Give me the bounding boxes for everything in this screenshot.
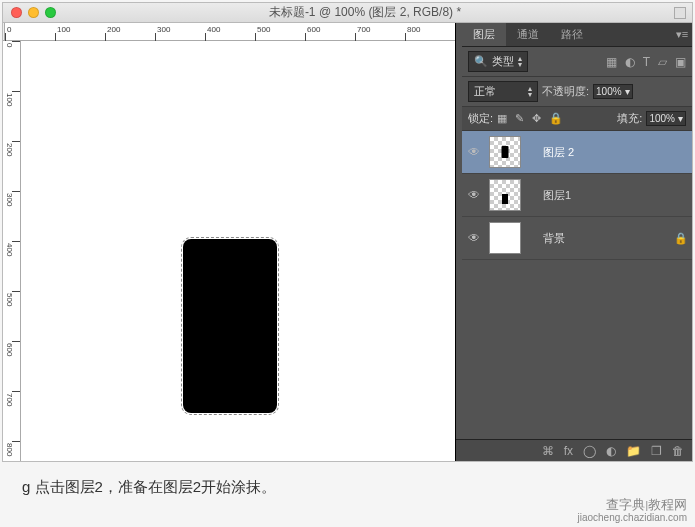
lock-icons: ▦ ✎ ✥ 🔒 [497,112,563,125]
ruler-tick: 200 [105,23,155,40]
lock-pixels-icon[interactable]: ✎ [515,112,524,125]
lock-transparency-icon[interactable]: ▦ [497,112,507,125]
vertical-ruler: 0100200300400500600700800 [3,41,21,461]
filter-row: 🔍 类型 ▴▾ ▦ ◐ T ▱ ▣ [462,47,692,77]
layer-name[interactable]: 图层1 [543,188,686,203]
panel-bottom: ⌘ fx ◯ ◐ 📁 ❐ 🗑 [456,439,692,461]
instruction-text: g 点击图层2，准备在图层2开始涂抹。 [22,478,276,497]
selection-marquee [181,237,279,415]
ruler-tick: 0 [5,23,55,40]
opacity-value: 100% [596,86,622,97]
fill-input[interactable]: 100% ▾ [646,111,686,126]
document-title: 未标题-1 @ 100% (图层 2, RGB/8) * [56,4,674,21]
lock-position-icon[interactable]: ✥ [532,112,541,125]
link-layers-icon[interactable]: ⌘ [542,444,554,458]
fx-icon[interactable]: fx [564,444,573,458]
group-icon[interactable]: 📁 [626,444,641,458]
new-layer-icon[interactable]: ❐ [651,444,662,458]
lock-all-icon[interactable]: 🔒 [549,112,563,125]
ruler-tick: 100 [55,23,105,40]
ruler-tick: 400 [5,243,14,256]
zoom-window-button[interactable] [45,7,56,18]
max-icon[interactable] [674,7,686,19]
chevron-down-icon: ▾ [625,86,630,97]
ruler-tick: 800 [405,23,455,40]
visibility-toggle-icon[interactable]: 👁 [468,188,482,202]
layer-row[interactable]: 👁背景🔒 [462,217,692,260]
mask-icon[interactable]: ◯ [583,444,596,458]
adjustment-icon[interactable]: ◐ [606,444,616,458]
opacity-input[interactable]: 100% ▾ [593,84,633,99]
panel-tabs: 图层 通道 路径 ▾≡ [462,23,692,47]
fill-value: 100% [649,113,675,124]
filter-type-icon[interactable]: T [643,55,650,69]
layer-thumbnail [489,136,521,168]
document-area: 0100200300400500600700800 01002003004005… [3,23,455,461]
content: 0100200300400500600700800 01002003004005… [3,23,692,461]
tab-channels[interactable]: 通道 [506,23,550,46]
chevron-down-icon: ▾ [678,113,683,124]
filter-icons: ▦ ◐ T ▱ ▣ [606,55,686,69]
panel-menu-icon[interactable]: ▾≡ [672,23,692,46]
ruler-tick: 700 [5,393,14,406]
traffic-lights [3,7,56,18]
layer-name[interactable]: 背景 [543,231,667,246]
opacity-label: 不透明度: [542,84,589,99]
titlebar: 未标题-1 @ 100% (图层 2, RGB/8) * [3,3,692,23]
ruler-tick: 300 [155,23,205,40]
horizontal-ruler: 0100200300400500600700800 [3,23,455,41]
chevron-updown-icon: ▴▾ [500,86,532,98]
filter-smart-icon[interactable]: ▣ [675,55,686,69]
watermark: 查字典|教程网 jiaocheng.chazidian.com [577,499,687,524]
layer-thumbnail [489,179,521,211]
tab-layers[interactable]: 图层 [462,23,506,46]
lock-row: 锁定: ▦ ✎ ✥ 🔒 填充: 100% ▾ [462,107,692,131]
layer-thumbnail [489,222,521,254]
ruler-tick: 0 [5,43,14,47]
ruler-tick: 100 [5,93,14,106]
visibility-toggle-icon[interactable]: 👁 [468,231,482,245]
filter-shape-icon[interactable]: ▱ [658,55,667,69]
layer-row[interactable]: 👁图层1 [462,174,692,217]
visibility-toggle-icon[interactable]: 👁 [468,145,482,159]
watermark-brand2: 教程网 [648,497,687,512]
layer-row[interactable]: 👁图层 2 [462,131,692,174]
ruler-tick: 800 [5,443,14,456]
filter-type-select[interactable]: 🔍 类型 ▴▾ [468,51,528,72]
filter-adjust-icon[interactable]: ◐ [625,55,635,69]
ruler-tick: 600 [5,343,14,356]
ruler-tick: 700 [355,23,405,40]
ruler-tick: 200 [5,143,14,156]
ruler-tick: 500 [255,23,305,40]
canvas[interactable] [21,41,455,461]
chevron-updown-icon: ▴▾ [518,56,522,68]
blend-mode-label: 正常 [474,84,496,99]
filter-type-label: 类型 [492,54,514,69]
watermark-brand1: 查字典 [606,497,645,512]
ruler-tick: 600 [305,23,355,40]
minimize-window-button[interactable] [28,7,39,18]
filter-pixel-icon[interactable]: ▦ [606,55,617,69]
doc-body: 0100200300400500600700800 [3,41,455,461]
ruler-tick: 400 [205,23,255,40]
app-window: 未标题-1 @ 100% (图层 2, RGB/8) * 01002003004… [2,2,693,462]
blend-mode-select[interactable]: 正常 ▴▾ [468,81,538,102]
trash-icon[interactable]: 🗑 [672,444,684,458]
search-icon: 🔍 [474,55,488,68]
blend-row: 正常 ▴▾ 不透明度: 100% ▾ [462,77,692,107]
close-window-button[interactable] [11,7,22,18]
tab-paths[interactable]: 路径 [550,23,594,46]
layers-list: 👁图层 2👁图层1👁背景🔒 [462,131,692,260]
watermark-url: jiaocheng.chazidian.com [577,512,687,524]
lock-label: 锁定: [468,111,493,126]
layer-name[interactable]: 图层 2 [543,145,686,160]
ruler-tick: 300 [5,193,14,206]
fill-label: 填充: [617,111,642,126]
panels: 图层 通道 路径 ▾≡ 🔍 类型 ▴▾ ▦ ◐ [455,23,692,461]
lock-icon: 🔒 [674,232,686,245]
ruler-tick: 500 [5,293,14,306]
